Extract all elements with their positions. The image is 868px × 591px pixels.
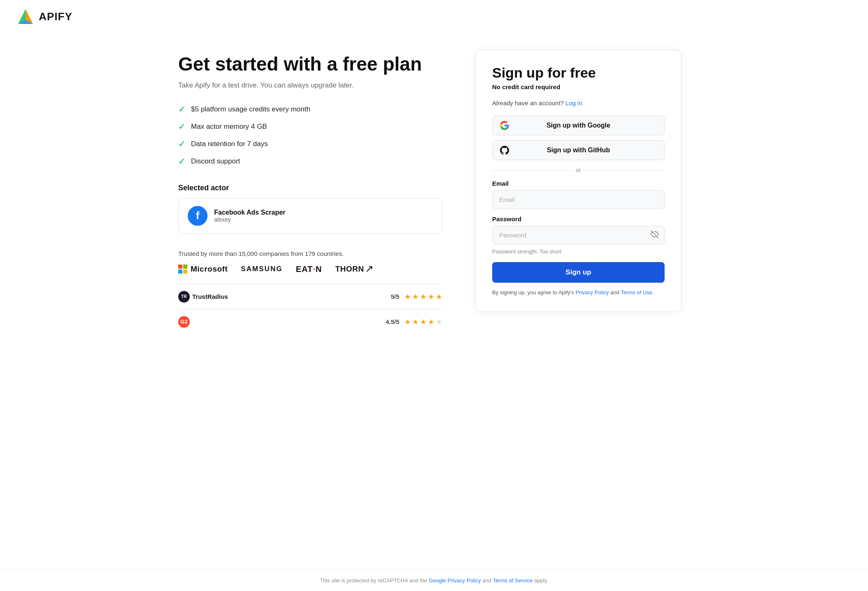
g2-stars: ★ ★ ★ ★ ★: [404, 317, 442, 326]
password-input[interactable]: [492, 226, 665, 244]
svg-line-3: [367, 267, 372, 272]
header: APIFY: [0, 0, 868, 33]
password-label: Password: [492, 215, 665, 222]
password-wrapper: [492, 226, 665, 244]
feature-item: ✓Max actor memory 4 GB: [178, 122, 442, 132]
feature-text: Max actor memory 4 GB: [191, 123, 267, 131]
github-signup-label: Sign up with GitHub: [547, 147, 610, 154]
trusted-text: Trusted by more than 15,000 companies fr…: [178, 250, 442, 257]
divider-left: [492, 170, 571, 170]
divider-text: or: [576, 167, 581, 173]
review-g2: G2 4.5/5 ★ ★ ★ ★ ★: [178, 309, 442, 334]
check-icon: ✓: [178, 156, 185, 166]
trusted-section: Trusted by more than 15,000 companies fr…: [178, 250, 442, 334]
feature-text: Data retention for 7 days: [191, 140, 268, 148]
feature-item: ✓$5 platform usage credits every month: [178, 104, 442, 114]
divider: or: [492, 167, 665, 173]
selected-actor-section: Selected actor f Facebook Ads Scraper al…: [178, 184, 442, 234]
no-cc: No credit card required: [492, 83, 665, 90]
signup-button[interactable]: Sign up: [492, 262, 665, 283]
password-strength: Password strength: Too short: [492, 248, 665, 255]
terms-of-use-link[interactable]: Terms of Use.: [621, 289, 654, 296]
g2-star-4: ★: [428, 317, 434, 326]
actor-name: Facebook Ads Scraper: [214, 209, 285, 216]
star-4: ★: [428, 292, 434, 301]
trustradius-stars: ★ ★ ★ ★ ★: [404, 292, 442, 301]
review-trustradius: TR TrustRadius 5/5 ★ ★ ★ ★ ★: [178, 284, 442, 309]
google-privacy-link[interactable]: Google Privacy Policy: [429, 577, 481, 584]
login-prompt-text: Already have an account?: [492, 99, 564, 106]
trustradius-icon: TR TrustRadius: [178, 291, 228, 303]
g2-icon: G2: [178, 316, 190, 328]
g2-star-1: ★: [404, 317, 411, 326]
check-icon: ✓: [178, 122, 185, 132]
google-signup-button[interactable]: Sign up with Google: [492, 116, 665, 135]
email-input[interactable]: [492, 190, 665, 209]
check-icon: ✓: [178, 139, 185, 149]
footer-text: This site is protected by reCAPTCHA and …: [320, 577, 427, 584]
star-2: ★: [412, 292, 419, 301]
signup-card: Sign up for free No credit card required…: [475, 50, 682, 312]
g2-logo: G2: [178, 316, 190, 328]
actor-author: alexey: [214, 216, 285, 223]
terms-prefix: By signing up, you agree to Apify's: [492, 289, 574, 296]
left-panel: Get started with a free plan Take Apify …: [178, 45, 442, 545]
feature-item: ✓Data retention for 7 days: [178, 139, 442, 149]
main-content: Get started with a free plan Take Apify …: [145, 33, 723, 570]
logo-text: APIFY: [39, 10, 73, 23]
right-panel: Sign up for free No credit card required…: [475, 45, 682, 545]
github-icon: [500, 146, 509, 155]
main-heading: Get started with a free plan: [178, 54, 442, 75]
company-logos: Microsoft SAMSUNG EAT·N THORN: [178, 265, 442, 274]
login-link[interactable]: Log in: [566, 99, 583, 106]
g2-star-5: ★: [436, 317, 442, 326]
feature-text: $5 platform usage credits every month: [191, 105, 310, 113]
tos-link[interactable]: Terms of Service: [493, 577, 533, 584]
actor-card: f Facebook Ads Scraper alexey: [178, 198, 442, 234]
footer-apply: apply.: [534, 577, 548, 584]
microsoft-logo: Microsoft: [178, 265, 228, 274]
subheading: Take Apify for a test drive. You can alw…: [178, 81, 442, 90]
feature-list: ✓$5 platform usage credits every month✓M…: [178, 104, 442, 166]
trustradius-name: TrustRadius: [192, 293, 228, 300]
password-visibility-toggle[interactable]: [651, 230, 659, 240]
thorn-arrow-icon: [366, 266, 373, 272]
actor-icon: f: [188, 206, 208, 226]
privacy-policy-link[interactable]: Privacy Policy: [576, 289, 609, 296]
actor-info: Facebook Ads Scraper alexey: [214, 209, 285, 223]
g2-score: 4.5/5: [386, 318, 399, 325]
g2-star-3: ★: [420, 317, 427, 326]
ms-grid-icon: [178, 265, 187, 274]
eaton-logo: EAT·N: [296, 265, 322, 274]
apify-logo-icon: [17, 7, 35, 26]
google-signup-label: Sign up with Google: [547, 122, 611, 129]
trustradius-score: 5/5: [391, 293, 399, 300]
tr-logo: TR: [178, 291, 190, 303]
star-5: ★: [436, 292, 442, 301]
thorn-logo: THORN: [335, 265, 372, 274]
feature-item: ✓Discord support: [178, 156, 442, 166]
feature-text: Discord support: [191, 157, 240, 165]
samsung-logo: SAMSUNG: [241, 265, 283, 273]
github-signup-button[interactable]: Sign up with GitHub: [492, 140, 665, 160]
login-prompt: Already have an account? Log in: [492, 99, 665, 106]
g2-star-2: ★: [412, 317, 419, 326]
logo: APIFY: [17, 7, 73, 26]
microsoft-name: Microsoft: [191, 265, 228, 274]
star-1: ★: [404, 292, 411, 301]
terms-conj: and: [611, 289, 620, 296]
check-icon: ✓: [178, 104, 185, 114]
divider-right: [586, 170, 665, 170]
trustradius-brand: TR TrustRadius: [178, 291, 391, 303]
star-3: ★: [420, 292, 427, 301]
footer-and: and: [482, 577, 491, 584]
terms-text: By signing up, you agree to Apify's Priv…: [492, 288, 665, 297]
signup-title: Sign up for free: [492, 65, 665, 81]
email-label: Email: [492, 180, 665, 187]
g2-brand: G2: [178, 316, 386, 328]
google-icon: [500, 121, 509, 130]
footer: This site is protected by reCAPTCHA and …: [0, 570, 868, 591]
selected-actor-label: Selected actor: [178, 184, 442, 192]
